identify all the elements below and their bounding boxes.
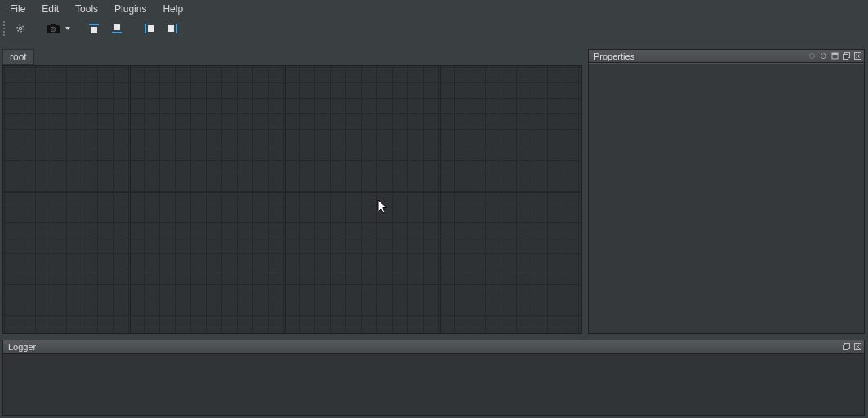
align-left-icon[interactable]: [139, 20, 160, 38]
properties-refresh-icon[interactable]: [818, 51, 828, 61]
logger-close-icon[interactable]: [852, 342, 862, 352]
properties-restore-icon[interactable]: [841, 51, 851, 61]
svg-rect-6: [91, 27, 97, 33]
menu-file[interactable]: File: [2, 1, 33, 17]
svg-rect-17: [843, 55, 848, 60]
camera-icon[interactable]: [42, 20, 64, 38]
svg-rect-10: [148, 25, 154, 32]
main-area: root Properties Logger: [0, 41, 868, 418]
svg-point-13: [809, 54, 814, 59]
properties-title: Properties: [594, 51, 634, 61]
tab-root[interactable]: root: [2, 49, 34, 65]
properties-panel: Properties: [588, 49, 865, 334]
svg-rect-12: [176, 24, 177, 33]
svg-rect-15: [832, 53, 838, 55]
svg-rect-5: [89, 24, 99, 25]
properties-dock-icon[interactable]: [830, 51, 839, 61]
svg-rect-11: [168, 25, 174, 32]
svg-point-0: [17, 25, 24, 32]
svg-rect-20: [843, 345, 848, 350]
properties-close-icon[interactable]: [852, 51, 862, 61]
svg-rect-7: [114, 24, 120, 30]
svg-rect-9: [145, 24, 146, 33]
svg-point-4: [51, 27, 56, 32]
gear-icon[interactable]: [10, 20, 31, 38]
menu-edit[interactable]: Edit: [33, 1, 67, 17]
logger-restore-icon[interactable]: [841, 342, 851, 352]
menu-tools[interactable]: Tools: [67, 1, 106, 17]
menu-help[interactable]: Help: [154, 1, 191, 17]
menu-bar: File Edit Tools Plugins Help: [0, 0, 868, 18]
logger-title: Logger: [8, 342, 36, 352]
menu-plugins[interactable]: Plugins: [106, 1, 154, 17]
camera-dropdown[interactable]: [64, 20, 72, 38]
logger-title-bar[interactable]: Logger: [3, 340, 864, 354]
toolbar-grip[interactable]: [3, 21, 8, 36]
align-top-icon[interactable]: [83, 20, 105, 38]
toolbar: [0, 18, 868, 41]
align-right-icon[interactable]: [162, 20, 183, 38]
svg-point-1: [19, 27, 22, 30]
properties-settings-icon[interactable]: [807, 51, 817, 61]
viewport-canvas[interactable]: [2, 65, 582, 334]
svg-rect-3: [51, 24, 56, 26]
logger-body: [3, 354, 864, 415]
properties-title-bar[interactable]: Properties: [589, 50, 864, 63]
align-bottom-icon[interactable]: [106, 20, 127, 38]
logger-panel: Logger: [2, 340, 865, 416]
svg-rect-8: [112, 32, 122, 33]
properties-body: [589, 63, 864, 333]
